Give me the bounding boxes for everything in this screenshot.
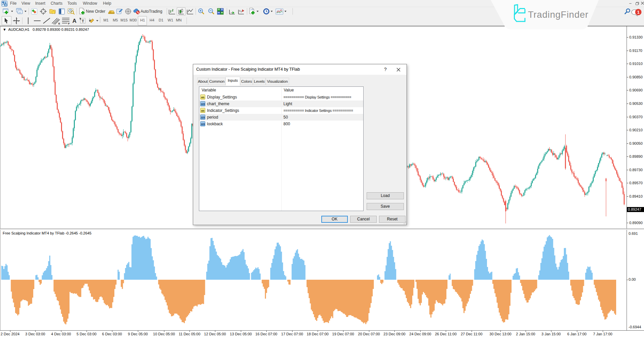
svg-text:M: M: [5, 4, 7, 6]
svg-text:F: F: [68, 22, 70, 25]
svg-text:E: E: [58, 22, 60, 25]
svg-text:1: 1: [637, 10, 639, 15]
svg-text:TradingFinder: TradingFinder: [528, 9, 589, 20]
svg-text:T: T: [82, 19, 84, 23]
svg-text:A: A: [72, 18, 76, 24]
